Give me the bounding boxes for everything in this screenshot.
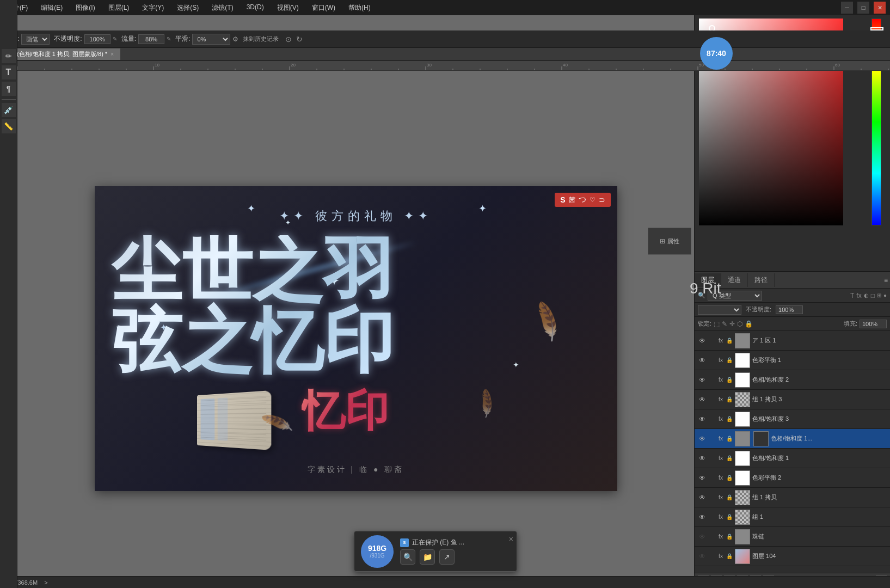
lock-artboard-icon[interactable]: ⬡: [737, 320, 742, 328]
sparkle-3: ✦: [285, 219, 291, 226]
layer-eye-toggle[interactable]: 👁: [698, 376, 707, 384]
layer-item[interactable]: 👁 fx 🔒 色相/饱和度 2: [695, 370, 890, 390]
layer-item[interactable]: 👁 fx 🔒 色相/饱和度 1...: [695, 429, 890, 449]
layer-eye-toggle[interactable]: 👁: [698, 434, 707, 443]
layer-thumbnail: [735, 549, 750, 564]
layer-lock: 🔒: [726, 395, 733, 404]
rit-label: 9 Rit: [690, 280, 721, 297]
layer-item[interactable]: 👁 fx 🔒 色相/饱和度 3: [695, 409, 890, 429]
watermark: S 茜 つ ♡ ⊃: [555, 193, 610, 207]
layer-link: [709, 395, 715, 404]
layer-link: [709, 376, 715, 384]
paragraph-tool-button[interactable]: ¶: [2, 82, 16, 96]
save-popup: 918G /931G S 正在保护 (E) 鱼 ... 🔍 📁 ↗ ×: [354, 531, 517, 572]
filter-toggle[interactable]: ●: [883, 292, 887, 298]
layer-item[interactable]: 👁 fx 🔒 色彩平衡 2: [695, 468, 890, 488]
layer-lock: 🔒: [726, 356, 733, 365]
layer-thumbnail: [735, 510, 750, 525]
menu-view[interactable]: 视图(V): [275, 2, 301, 14]
opacity-input[interactable]: [84, 34, 111, 44]
layer-eye-toggle[interactable]: 👁: [698, 532, 707, 541]
layer-thumbnail: [735, 392, 750, 407]
tab-channels[interactable]: 通道: [721, 273, 748, 287]
save-title: S 正在保护 (E) 鱼 ...: [400, 538, 510, 547]
layer-eye-toggle[interactable]: 👁: [698, 395, 707, 404]
layer-item[interactable]: 👁 fx 🔒 ア 1 区 1: [695, 331, 890, 351]
properties-panel: ⊞ 属性: [648, 228, 691, 255]
lock-paint-icon[interactable]: ✎: [722, 320, 727, 328]
save-close-button[interactable]: ×: [509, 535, 513, 543]
menu-window[interactable]: 窗口(W): [310, 2, 337, 14]
layer-item[interactable]: 👁 fx 🔒 色彩平衡 1: [695, 351, 890, 370]
layer-fx: fx: [717, 454, 724, 463]
save-export-button[interactable]: ↗: [439, 549, 455, 565]
lock-move-icon[interactable]: ✛: [729, 320, 735, 328]
opacity-field[interactable]: [776, 305, 803, 314]
layer-item[interactable]: 👁 fx 🔒 图层 104: [695, 547, 890, 566]
menu-3d[interactable]: 3D(D): [244, 2, 266, 14]
layer-item[interactable]: 👁 fx 🔒 色相/饱和度 1: [695, 449, 890, 468]
layer-eye-toggle[interactable]: 👁: [698, 513, 707, 522]
blend-mode-select[interactable]: 正常: [698, 305, 741, 315]
time-display: 87:40: [707, 49, 726, 58]
maximize-button[interactable]: □: [857, 2, 869, 14]
brush-tool-button[interactable]: ✏: [2, 49, 16, 63]
layer-item[interactable]: 👁 fx 🔒 珠链: [695, 527, 890, 547]
menu-image[interactable]: 图像(I): [73, 2, 97, 14]
menu-filter[interactable]: 滤镜(T): [210, 2, 235, 14]
layer-eye-toggle[interactable]: 👁: [698, 493, 707, 502]
layer-item[interactable]: 👁 fx 🔒 组 1 拷贝 3: [695, 390, 890, 409]
save-info: S 正在保护 (E) 鱼 ... 🔍 📁 ↗: [400, 538, 510, 565]
close-button[interactable]: ✕: [874, 2, 886, 14]
layer-eye-toggle[interactable]: 👁: [698, 454, 707, 463]
svg-text:60: 60: [835, 63, 840, 68]
layer-eye-toggle[interactable]: 👁: [698, 415, 707, 424]
layers-panel-menu[interactable]: ≡: [882, 274, 890, 286]
menu-layer[interactable]: 图层(L): [106, 2, 132, 14]
layer-item[interactable]: 👁 fx 🔒 组 1: [695, 507, 890, 527]
menu-text[interactable]: 文字(Y): [140, 2, 166, 14]
save-actions: 🔍 📁 ↗: [400, 549, 510, 565]
text-tool-button[interactable]: T: [2, 65, 16, 79]
layer-link: [709, 356, 715, 365]
flow-input[interactable]: [138, 34, 164, 44]
measure-tool-button[interactable]: 📏: [2, 119, 16, 133]
layers-list: 👁 fx 🔒 ア 1 区 1 👁 fx 🔒 色彩平衡 1: [695, 331, 890, 573]
active-tab[interactable]: 5% (色相/饱和度 1 拷贝, 图层蒙版/8) * ×: [0, 48, 121, 60]
tab-paths[interactable]: 路径: [748, 273, 775, 287]
settings-icon[interactable]: ⚙: [232, 35, 238, 43]
layer-eye-toggle[interactable]: 👁: [698, 336, 707, 345]
filter-icon-t: T: [850, 292, 854, 299]
history-label: 抹到历史记录: [243, 35, 279, 43]
layer-item[interactable]: 👁 fx 🔒 组 1 拷贝: [695, 488, 890, 507]
status-arrow[interactable]: >: [44, 579, 47, 586]
eyedropper-tool-button[interactable]: 💉: [2, 103, 16, 117]
time-badge[interactable]: 87:40: [700, 37, 733, 70]
lock-all-icon[interactable]: 🔒: [745, 320, 753, 328]
svg-text:10: 10: [155, 63, 159, 68]
layer-eye-toggle[interactable]: 👁: [698, 552, 707, 561]
main-canvas: ✦✦ 彼方的礼物 ✦✦ ✦ ✦ ✦ ✦ ✦ ✦ 尘世之羽弦之忆印 忆印: [95, 186, 617, 491]
layer-lock: 🔒: [726, 434, 733, 443]
minimize-button[interactable]: ─: [841, 2, 853, 14]
save-folder-button[interactable]: 📁: [420, 549, 435, 565]
brush-select[interactable]: 画笔: [21, 34, 50, 45]
save-search-button[interactable]: 🔍: [400, 549, 415, 565]
opacity-control: 不透明度: ✎: [54, 34, 116, 44]
smoothing-select[interactable]: 0%: [192, 34, 230, 45]
artwork-accent-text: 忆印: [302, 382, 389, 441]
fill-field[interactable]: [860, 320, 887, 328]
menu-select[interactable]: 选择(S): [175, 2, 201, 14]
menu-edit[interactable]: 编辑(E): [39, 2, 65, 14]
layer-eye-toggle[interactable]: 👁: [698, 474, 707, 482]
book-decoration: [197, 390, 271, 450]
menu-help[interactable]: 帮助(H): [346, 2, 373, 14]
filter-icon-box: □: [871, 292, 875, 299]
lock-transparent-icon[interactable]: ⬚: [714, 320, 720, 328]
tab-close-button[interactable]: ×: [111, 51, 114, 57]
layer-name: 色相/饱和度 1: [752, 454, 887, 462]
layer-name: 图层 104: [752, 552, 887, 560]
layer-thumbnail: [735, 529, 750, 544]
layer-eye-toggle[interactable]: 👁: [698, 356, 707, 365]
layers-tabs: 图层 通道 路径 ≡: [695, 272, 890, 289]
